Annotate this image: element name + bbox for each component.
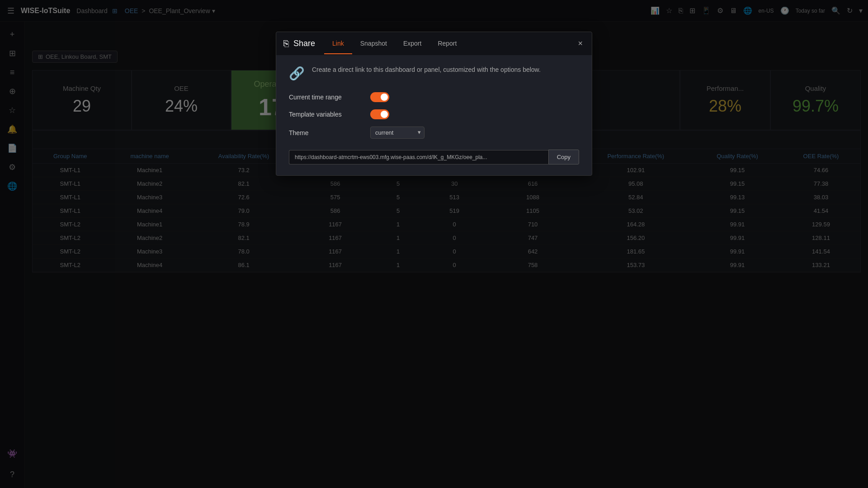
copy-button[interactable]: Copy [548,150,579,164]
modal-title: Share [293,39,315,48]
tab-link[interactable]: Link [324,33,352,54]
tab-export[interactable]: Export [395,33,429,54]
modal-close-button[interactable]: × [574,35,586,52]
modal-title-group: ⎘ Share [283,32,315,55]
modal-description: Create a direct link to this dashboard o… [312,66,541,73]
link-input[interactable] [289,150,548,164]
time-range-slider [370,92,389,102]
time-range-toggle[interactable] [370,92,389,102]
template-vars-slider [370,109,389,119]
template-vars-toggle[interactable] [370,109,389,119]
link-row: Copy [289,150,579,164]
share-icon-modal: ⎘ [283,38,289,49]
option-current-time-range: Current time range [289,92,579,102]
template-vars-label: Template variables [289,111,370,118]
option-template-variables: Template variables [289,109,579,119]
modal-tabs: Link Snapshot Export Report [324,33,465,54]
time-range-label: Current time range [289,94,370,101]
share-modal: ⎘ Share Link Snapshot Export Report × 🔗 … [276,32,592,176]
tab-snapshot[interactable]: Snapshot [352,33,395,54]
chain-link-icon: 🔗 [289,66,305,81]
theme-select[interactable]: current light dark [370,127,425,139]
theme-select-wrap: current light dark [370,127,425,139]
theme-label: Theme [289,129,370,136]
tab-report[interactable]: Report [429,33,465,54]
modal-header: ⎘ Share Link Snapshot Export Report × [276,32,592,55]
option-theme: Theme current light dark [289,127,579,139]
modal-body: 🔗 Create a direct link to this dashboard… [276,55,592,175]
